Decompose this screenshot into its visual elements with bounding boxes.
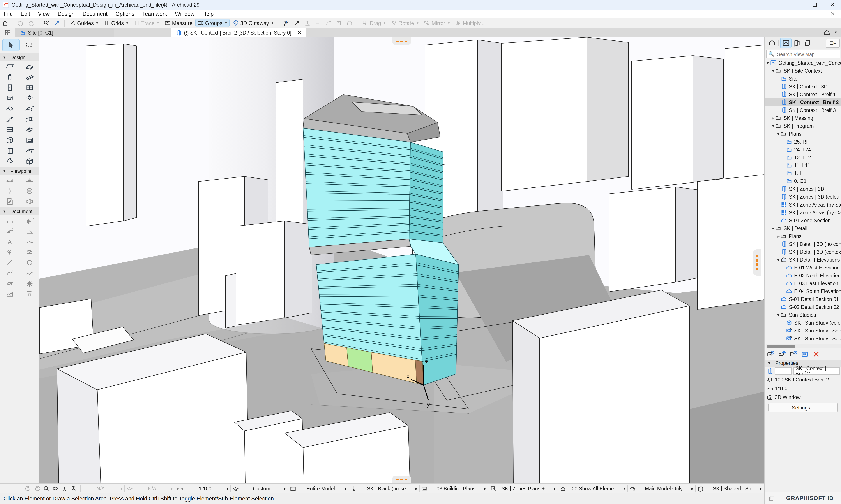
circle-tool[interactable] (21, 257, 38, 268)
tree-item-30[interactable]: S-01 Detail Section 01 (765, 295, 841, 303)
detail-tool[interactable] (1, 196, 19, 206)
curtain-wall-3d-tool[interactable] (1, 135, 19, 145)
tree-item-15[interactable]: 0. G1 (765, 177, 841, 185)
tree-item-11[interactable]: 24. L24 (765, 146, 841, 154)
column-tool[interactable] (1, 72, 19, 82)
toolbox-section-design[interactable]: ▼Design (0, 53, 39, 61)
property-scale-row[interactable]: 1:100 (765, 384, 841, 393)
polyline-tool[interactable] (1, 268, 19, 278)
zoom-in-icon[interactable] (43, 485, 50, 492)
storefront-brown[interactable] (415, 360, 424, 385)
object-tool[interactable] (1, 93, 19, 103)
close-button[interactable]: ✕ (823, 0, 841, 10)
roof-tool[interactable] (1, 103, 19, 114)
tree-item-19[interactable]: SK | Zone Areas (by Cate (765, 209, 841, 217)
elevation-tool[interactable] (21, 175, 38, 185)
graphisoft-id-label[interactable]: GRAPHISOFT ID (778, 495, 841, 501)
camera-tool[interactable] (21, 196, 38, 206)
new-folder-icon[interactable] (790, 350, 797, 358)
tree-item-23[interactable]: SK | Detail | 3D (no conte (765, 240, 841, 248)
menu-teamwork[interactable]: Teamwork (138, 11, 171, 17)
view-name-field[interactable]: SK | Context | Breif 2 (793, 367, 840, 375)
tree-item-12[interactable]: 12. L12 (765, 154, 841, 161)
tree-item-22[interactable]: ▶Plans (765, 232, 841, 240)
fill-tool[interactable] (21, 247, 38, 257)
quick-option-2[interactable]: 1:100▸ (175, 484, 230, 493)
menu-document[interactable]: Document (79, 11, 111, 17)
tree-item-26[interactable]: E-01 West Elevation (765, 264, 841, 272)
tree-item-13[interactable]: 11. L11 (765, 161, 841, 169)
tree-item-34[interactable]: SK | Sun Study | Sept 2 (765, 327, 841, 335)
tree-item-14[interactable]: 1. L1 (765, 169, 841, 177)
tab-site[interactable]: Site [0. G1] (15, 28, 114, 37)
rotate-button[interactable]: Rotate▼ (390, 19, 421, 27)
tree-item-9[interactable]: ▼Plans (765, 130, 841, 138)
mesh-tool[interactable] (21, 145, 38, 156)
shell-tool[interactable] (21, 103, 38, 114)
door-tool[interactable] (1, 82, 19, 93)
toolbox-section-document[interactable]: ▼Document (0, 208, 39, 215)
worksheet-tool[interactable] (21, 185, 38, 196)
quick-option-3[interactable]: Custom▸ (231, 484, 288, 493)
groups-button[interactable]: Groups▼ (195, 19, 229, 27)
view-map-icon[interactable] (780, 38, 791, 48)
menu-options[interactable]: Options (111, 11, 138, 17)
trim-icon[interactable] (314, 19, 322, 27)
delete-icon[interactable] (812, 350, 820, 358)
popup-navigator-icon[interactable] (823, 29, 831, 36)
radial-dimension-tool[interactable]: 1.2 (1, 226, 19, 236)
stretch-icon[interactable] (334, 19, 343, 27)
elevate-icon[interactable] (303, 19, 312, 27)
shell-curved-tool[interactable] (1, 156, 19, 166)
drawing-tool[interactable] (21, 289, 38, 299)
tab-close-icon[interactable]: ✕ (297, 30, 302, 35)
nav-forward-icon[interactable] (34, 485, 40, 492)
tab-3d-view[interactable]: (!) SK | Context | Breif 2 [3D / Selecti… (171, 28, 306, 37)
split-icon[interactable] (282, 19, 291, 27)
quick-option-7[interactable]: SK | Zones Plans +...▸ (488, 484, 557, 493)
tree-item-0[interactable]: ▼Getting_Started_with_Concep (765, 59, 841, 67)
line-tool[interactable] (1, 257, 19, 268)
image-tool[interactable] (1, 289, 19, 299)
doc-close-button[interactable]: ✕ (824, 9, 841, 19)
fit-in-window-icon[interactable] (70, 485, 77, 492)
search-view-map[interactable]: 🔍 (766, 50, 840, 58)
curtain-wall-tool[interactable] (1, 124, 19, 135)
tree-item-20[interactable]: S-01 Zone Section (765, 217, 841, 224)
tree-item-7[interactable]: ▶SK | Massing (765, 114, 841, 122)
tree-item-28[interactable]: E-03 East Elevation (765, 280, 841, 287)
tree-item-17[interactable]: SK | Zones | 3D (colour) (765, 193, 841, 201)
property-layer-row[interactable]: 100 SK I Context Breif 2 (765, 375, 841, 384)
text-tool[interactable]: A (1, 236, 19, 247)
beam-tool[interactable] (21, 72, 38, 82)
settings-button[interactable]: Settings... (768, 403, 838, 412)
orbit-icon[interactable] (52, 485, 59, 492)
zone-tool[interactable]: 1 (1, 247, 19, 257)
menu-help[interactable]: Help (199, 11, 218, 17)
quick-option-8[interactable]: 00 Show All Eleme...▸ (558, 484, 627, 493)
spline-tool[interactable] (21, 268, 38, 278)
window-tool[interactable] (21, 82, 38, 93)
menu-file[interactable]: File (0, 11, 17, 17)
angle-dimension-tool[interactable]: α (21, 226, 38, 236)
wall-tool[interactable] (1, 61, 19, 72)
doc-minimize-button[interactable]: ─ (791, 9, 808, 19)
arrow-tool[interactable] (2, 39, 20, 51)
grids-button[interactable]: Grids▼ (102, 19, 130, 27)
viewport-handle-bottom[interactable] (392, 475, 411, 483)
quick-option-5[interactable]: _ SK | Black (prese...▸ (349, 484, 419, 493)
quick-option-4[interactable]: Entire Model▸ (288, 484, 349, 493)
drag-button[interactable]: Drag▼ (360, 19, 388, 27)
property-window-row[interactable]: 3D Window (765, 393, 841, 402)
tree-item-32[interactable]: ▼Sun Studies (765, 311, 841, 319)
multiply-button[interactable]: Multiply... (453, 19, 486, 27)
label-tool[interactable]: A1 (21, 236, 38, 247)
tree-item-25[interactable]: ▼SK | Detail | Elevations (765, 256, 841, 264)
tree-item-6[interactable]: SK | Context | Breif 3 (765, 106, 841, 114)
interior-elevation-tool[interactable] (1, 185, 19, 196)
tree-item-3[interactable]: SK | Context | 3D (765, 83, 841, 91)
tower-upper-block[interactable] (303, 128, 443, 247)
menu-design[interactable]: Design (54, 11, 79, 17)
level-dimension-tool[interactable]: 1.2 (21, 215, 38, 226)
tree-item-10[interactable]: 25. RF (765, 138, 841, 146)
